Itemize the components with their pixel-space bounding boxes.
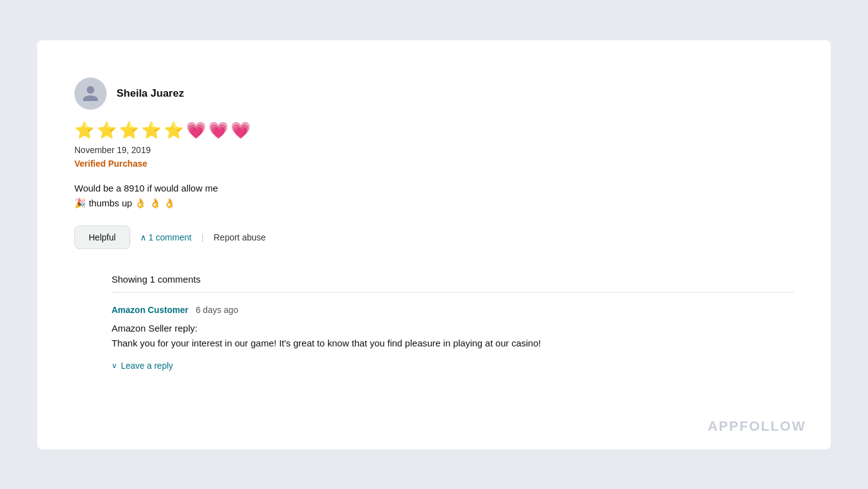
star-5: ⭐ — [164, 121, 184, 140]
actions-row: Helpful ∧ 1 comment | Report abuse — [74, 226, 794, 249]
star-1: ⭐ — [74, 121, 94, 140]
leave-reply-label: Leave a reply — [121, 361, 173, 371]
comment-count-label: 1 comment — [149, 232, 192, 242]
heart-emoji-2: 💗 — [208, 121, 228, 140]
review-date: November 19, 2019 — [74, 145, 794, 155]
review-text-line2: 🎉 thumbs up 👌 👌 👌 — [74, 196, 794, 211]
comment-author[interactable]: Amazon Customer — [112, 305, 188, 315]
chevron-up-icon: ∧ — [140, 232, 146, 242]
comment-body-line2: Thank you for your interest in our game!… — [112, 336, 794, 351]
star-2: ⭐ — [97, 121, 117, 140]
report-abuse-link[interactable]: Report abuse — [213, 232, 265, 242]
verified-badge: Verified Purchase — [74, 159, 794, 169]
heart-emoji-1: 💗 — [186, 121, 206, 140]
star-3: ⭐ — [119, 121, 139, 140]
review-text-line1: Would be a 8910 if would allow me — [74, 181, 794, 196]
stars-row: ⭐ ⭐ ⭐ ⭐ ⭐ 💗 💗 💗 — [74, 121, 794, 140]
leave-reply-link[interactable]: ∨ Leave a reply — [112, 361, 794, 371]
review-header: Sheila Juarez — [74, 77, 794, 110]
helpful-button[interactable]: Helpful — [74, 226, 130, 249]
comment-body: Amazon Seller reply: Thank you for your … — [112, 321, 794, 351]
star-4: ⭐ — [141, 121, 161, 140]
chevron-down-icon: ∨ — [112, 361, 117, 370]
review-card: Sheila Juarez ⭐ ⭐ ⭐ ⭐ ⭐ 💗 💗 💗 November 1… — [37, 40, 831, 449]
separator: | — [202, 232, 204, 242]
comment-meta: Amazon Customer 6 days ago — [112, 305, 794, 315]
appfollow-watermark: APPFOLLOW — [707, 418, 806, 434]
comment-item: Amazon Customer 6 days ago Amazon Seller… — [112, 305, 794, 351]
reviewer-name: Sheila Juarez — [117, 87, 184, 100]
comment-body-line1: Amazon Seller reply: — [112, 321, 794, 336]
comment-time: 6 days ago — [196, 305, 239, 315]
heart-emoji-3: 💗 — [231, 121, 250, 140]
avatar — [74, 77, 107, 110]
comments-section: Showing 1 comments Amazon Customer 6 day… — [112, 274, 794, 371]
review-text: Would be a 8910 if would allow me 🎉 thum… — [74, 181, 794, 211]
user-avatar-icon — [81, 84, 100, 103]
comments-header: Showing 1 comments — [112, 274, 794, 293]
comment-count-link[interactable]: ∧ 1 comment — [140, 232, 192, 242]
